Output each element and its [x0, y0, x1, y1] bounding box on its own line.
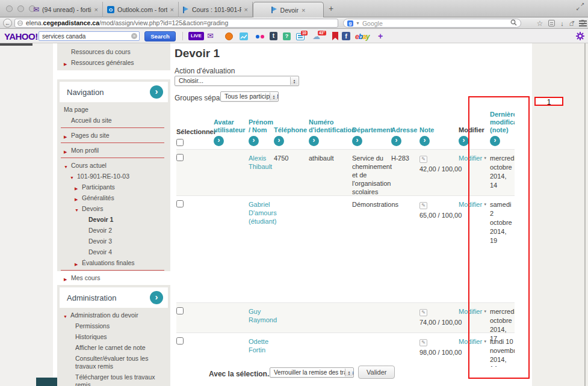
back-button[interactable]: ←	[3, 19, 12, 28]
yahoo-search-button[interactable]: Search	[144, 31, 176, 41]
close-tab-icon[interactable]	[94, 6, 98, 13]
student-name-link[interactable]: Guy Raymond	[249, 308, 277, 323]
tab-course[interactable]: Cours : 101-901-RE-10-...	[179, 2, 253, 17]
collapsed-arrow-icon[interactable]	[64, 148, 67, 156]
edit-grade-icon[interactable]: ✎	[419, 156, 427, 163]
search-bar[interactable]: g ▼ Google	[343, 19, 521, 28]
collapsed-arrow-icon[interactable]	[64, 60, 67, 68]
expanded-arrow-icon[interactable]	[64, 163, 68, 171]
close-tab-icon[interactable]	[302, 7, 305, 14]
sort-chevron-icon[interactable]	[459, 136, 469, 146]
yahoo-live-button[interactable]: LIVE	[188, 32, 204, 40]
bulk-action-select[interactable]: Verrouiller la remise des travaux	[270, 367, 354, 378]
expanded-arrow-icon[interactable]	[70, 174, 74, 182]
sidebar-item-generalites[interactable]: Généralités	[57, 193, 170, 203]
sidebar-item-ma-page[interactable]: Ma page	[57, 105, 170, 115]
edit-grade-icon[interactable]: ✎	[419, 309, 427, 316]
menu-icon[interactable]	[579, 20, 587, 22]
column-header-idnumber[interactable]: Numéro d'identification	[309, 118, 352, 146]
sidebar-item-participants[interactable]: Participants	[57, 182, 170, 192]
column-header-phone[interactable]: Téléphone	[274, 126, 309, 146]
sidebar-item-mon-profil[interactable]: Mon profil	[57, 146, 170, 156]
row-select-checkbox[interactable]	[176, 200, 184, 207]
yahoo-logo[interactable]: YAHOO!	[4, 31, 38, 41]
sort-chevron-icon[interactable]	[249, 136, 259, 146]
sidebar-item-evaluations-finales[interactable]: Évaluations finales	[57, 258, 170, 268]
bookmarks-panel-icon[interactable]	[548, 20, 555, 26]
sidebar-item-devoir-3[interactable]: Devoir 3	[57, 236, 170, 247]
sidebar-item-devoirs[interactable]: Devoirs	[57, 204, 170, 214]
finance-chart-icon[interactable]	[240, 32, 248, 40]
google-engine-icon[interactable]: g	[347, 20, 353, 26]
sidebar-item-accueil[interactable]: Accueil du site	[57, 115, 170, 126]
dock-block-icon[interactable]	[150, 291, 163, 304]
sidebar-item-consulter-evaluer[interactable]: Consulter/évaluer tous les travaux remis	[57, 354, 170, 372]
select-all-checkbox[interactable]	[176, 139, 184, 146]
sidebar-item-telecharger-travaux[interactable]: Télécharger tous les travaux remis	[57, 372, 170, 386]
site-identity-icon[interactable]	[17, 20, 23, 26]
fullscreen-icon[interactable]: ↗↙	[576, 2, 584, 11]
flickr-icon[interactable]	[256, 35, 264, 38]
search-icon[interactable]	[510, 19, 517, 27]
url-bar[interactable]: elena.cegepadistance.ca/mod/assign/view.…	[14, 19, 338, 28]
row-select-checkbox[interactable]	[176, 337, 184, 345]
yahoo-mail-icon[interactable]: ✉	[207, 31, 214, 40]
sort-chevron-icon[interactable]	[419, 136, 430, 146]
bookmarks-ribbon-icon[interactable]	[332, 32, 338, 40]
clear-search-icon[interactable]: ×	[131, 33, 137, 39]
close-tab-icon[interactable]	[244, 6, 248, 13]
column-header-avatar[interactable]: Avatar utilisateur	[214, 118, 249, 146]
tab-devoir-active[interactable]: Devoir	[253, 2, 324, 17]
collapsed-arrow-icon[interactable]	[75, 195, 78, 203]
student-name-link[interactable]: Alexis Thibault	[249, 155, 272, 170]
row-select-checkbox[interactable]	[176, 154, 184, 161]
bookmark-star-icon[interactable]: ☆	[536, 19, 543, 28]
tab-outlook[interactable]: O Outlook.com - fortinodett...	[103, 2, 179, 17]
collapsed-arrow-icon[interactable]	[75, 260, 78, 268]
close-window-button[interactable]	[6, 5, 13, 12]
add-app-button[interactable]: +	[378, 31, 383, 41]
home-icon[interactable]: ⌂	[569, 19, 574, 28]
sidebar-item-carnet-de-note[interactable]: Afficher le carnet de note	[57, 343, 170, 353]
collapsed-arrow-icon[interactable]	[75, 185, 78, 192]
edit-grade-icon[interactable]: ✎	[419, 339, 427, 346]
sort-chevron-icon[interactable]	[352, 136, 362, 146]
sidebar-item-permissions[interactable]: Permissions	[57, 321, 170, 331]
tumblr-icon[interactable]: t	[270, 32, 277, 40]
sidebar-item-ressources-generales[interactable]: Ressources générales	[57, 58, 170, 68]
sidebar-item-mes-cours[interactable]: Mes cours	[57, 273, 170, 283]
facebook-icon[interactable]: f	[342, 32, 350, 40]
grading-action-select[interactable]: Choisir...	[175, 76, 299, 86]
sidebar-item-devoir-4[interactable]: Devoir 4	[57, 247, 170, 257]
new-tab-button[interactable]: +	[329, 4, 333, 13]
column-header-name[interactable]: Prénom / Nom	[249, 118, 274, 146]
sort-chevron-icon[interactable]	[309, 136, 319, 146]
row-select-checkbox[interactable]	[176, 307, 184, 314]
collapsed-arrow-icon[interactable]	[64, 275, 67, 283]
sort-chevron-icon[interactable]	[391, 136, 401, 146]
edit-grade-icon[interactable]: ✎	[419, 202, 427, 209]
expanded-arrow-icon[interactable]	[63, 313, 67, 320]
dock-block-icon[interactable]	[150, 85, 163, 99]
yahoo-search-input[interactable]	[39, 31, 140, 41]
sidebar-item-admin-devoir[interactable]: Administration du devoir	[57, 310, 170, 320]
column-header-grade[interactable]: Note	[419, 126, 459, 146]
sidebar-item-devoir-1[interactable]: Devoir 1	[57, 215, 170, 225]
expanded-arrow-icon[interactable]	[75, 206, 79, 214]
sidebar-item-devoir-2[interactable]: Devoir 2	[57, 225, 170, 236]
student-name-link[interactable]: Gabriel D'amours (étudiant)	[249, 201, 277, 225]
sidebar-item-ressources-cours[interactable]: Ressources du cours	[57, 47, 170, 57]
close-tab-icon[interactable]	[170, 6, 174, 13]
downloads-icon[interactable]: ↓	[560, 20, 564, 27]
ebay-icon[interactable]: ebay	[355, 32, 369, 41]
answers-icon[interactable]: ?	[283, 32, 291, 40]
tab-yahoo-mail[interactable]: ✉ (94 unread) - fortincaron ...	[29, 2, 103, 17]
sort-chevron-icon[interactable]	[274, 136, 284, 146]
sort-chevron-icon[interactable]	[214, 136, 224, 146]
engine-dropdown-icon[interactable]: ▼	[356, 21, 360, 25]
gear-icon[interactable]	[575, 31, 585, 43]
groups-select[interactable]: Tous les participants	[220, 91, 279, 102]
minimize-window-button[interactable]	[17, 5, 24, 12]
sidebar-item-cours-actuel[interactable]: Cours actuel	[57, 161, 170, 171]
sidebar-item-course-code[interactable]: 101-901-RE-10-03	[57, 171, 170, 182]
